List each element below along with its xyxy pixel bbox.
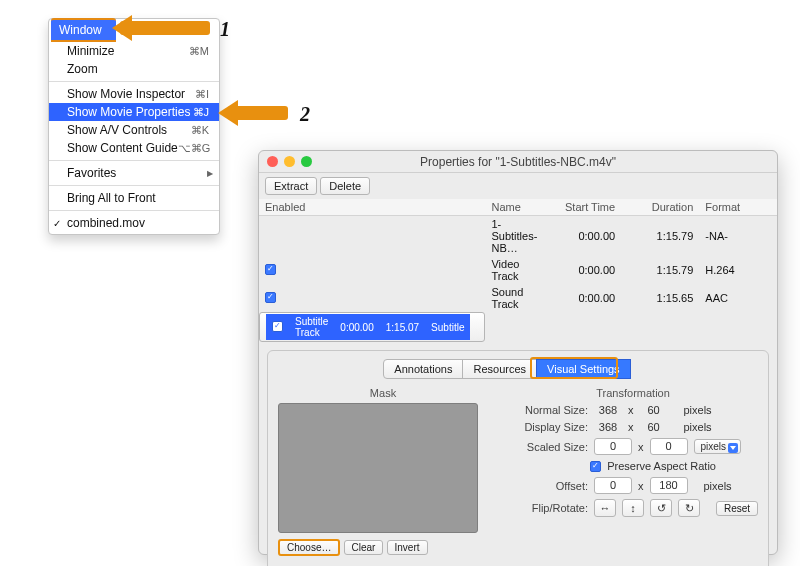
table-row[interactable]: 1-Subtitles-NB… 0:00.00 1:15.79 -NA- [259,216,777,257]
offset-label: Offset: [508,480,588,492]
chevron-right-icon: ▶ [207,169,213,178]
cell-name: Subtitle Track [289,314,334,340]
check-icon: ✓ [53,218,61,229]
menu-item-label: Show Content Guide [67,141,178,155]
col-duration[interactable]: Duration [621,199,699,216]
menu-title[interactable]: Window [51,18,116,42]
minimize-icon[interactable] [284,156,295,167]
cell-start: 0:00.00 [543,216,621,257]
normal-width: 368 [594,404,622,416]
menu-separator [49,210,219,211]
flip-horizontal-icon[interactable]: ↔ [594,499,616,517]
tab-visual-settings[interactable]: Visual Settings [536,359,631,379]
cell-format: -NA- [699,216,777,257]
units-select[interactable]: pixels [694,439,742,454]
tab-bar: AnnotationsResourcesVisual Settings [278,359,758,379]
enabled-checkbox[interactable] [265,292,276,303]
cell-duration: 1:15.79 [621,256,699,284]
reset-button[interactable]: Reset [716,501,758,516]
menu-bring-to-front[interactable]: Bring All to Front [49,189,219,207]
transformation-title: Transformation [508,387,758,399]
menu-show-av[interactable]: Show A/V Controls ⌘K [49,121,219,139]
choose-button[interactable]: Choose… [278,539,340,556]
cell-start: 0:00.00 [543,284,621,312]
chevron-down-icon [728,443,738,453]
cell-start: 0:00.00 [543,256,621,284]
menu-item-label: Zoom [67,62,98,76]
annotation-arrow-icon [120,21,210,35]
menu-item-label: combined.mov [67,216,145,230]
normal-height: 60 [640,404,668,416]
table-row[interactable]: Subtitle Track 0:00.00 1:15.07 Subtitle [259,312,485,342]
scaled-height-input[interactable]: 0 [650,438,688,455]
menu-favorites[interactable]: Favorites ▶ [49,164,219,182]
flip-vertical-icon[interactable]: ↕ [622,499,644,517]
flip-rotate-label: Flip/Rotate: [508,502,588,514]
col-enabled[interactable]: Enabled [259,199,485,216]
extract-button[interactable]: Extract [265,177,317,195]
properties-window: Properties for "1-Subtitles-NBC.m4v" Ext… [258,150,778,555]
col-format[interactable]: Format [699,199,777,216]
cell-start: 0:00.00 [334,314,379,340]
x-separator: x [638,441,644,453]
tab-resources[interactable]: Resources [462,359,537,379]
x-separator: x [628,421,634,433]
close-icon[interactable] [267,156,278,167]
display-width: 368 [594,421,622,433]
menu-item-label: Minimize [67,44,114,58]
menu-separator [49,160,219,161]
annotation-arrow-icon [228,106,288,120]
col-start[interactable]: Start Time [543,199,621,216]
x-separator: x [628,404,634,416]
enabled-checkbox[interactable] [272,321,283,332]
menu-zoom[interactable]: Zoom [49,60,219,78]
window-menu: Window Minimize ⌘M Zoom Show Movie Inspe… [48,18,220,235]
cell-name: Video Track [485,256,543,284]
rotate-cw-icon[interactable]: ↻ [678,499,700,517]
menu-minimize[interactable]: Minimize ⌘M [49,42,219,60]
cell-format: AAC [699,284,777,312]
track-table: Enabled Name Start Time Duration Format … [259,199,777,342]
enabled-checkbox[interactable] [265,264,276,275]
display-size-label: Display Size: [508,421,588,433]
tab-annotations[interactable]: Annotations [383,359,463,379]
offset-y-input[interactable]: 180 [650,477,688,494]
menu-document[interactable]: ✓ combined.mov [49,214,219,232]
pixels-label: pixels [704,480,732,492]
menu-show-content-guide[interactable]: Show Content Guide ⌥⌘G [49,139,219,157]
preserve-aspect-checkbox[interactable] [590,461,601,472]
table-row[interactable]: Sound Track 0:00.00 1:15.65 AAC [259,284,777,312]
rotate-ccw-icon[interactable]: ↺ [650,499,672,517]
main-pane: AnnotationsResourcesVisual Settings Mask… [267,350,769,566]
display-height: 60 [640,421,668,433]
window-title: Properties for "1-Subtitles-NBC.m4v" [420,155,616,169]
offset-x-input[interactable]: 0 [594,477,632,494]
menu-item-label: Bring All to Front [67,191,156,205]
col-name[interactable]: Name [485,199,543,216]
menu-separator [49,81,219,82]
scaled-size-label: Scaled Size: [508,441,588,453]
menu-item-label: Show Movie Properties [67,105,190,119]
menu-show-inspector[interactable]: Show Movie Inspector ⌘I [49,85,219,103]
menu-separator [49,185,219,186]
clear-button[interactable]: Clear [344,540,384,555]
menu-item-shortcut: ⌘M [189,45,209,58]
menu-item-shortcut: ⌘K [191,124,209,137]
x-separator: x [638,480,644,492]
menu-item-shortcut: ⌘J [193,106,210,119]
preserve-aspect-label: Preserve Aspect Ratio [607,460,716,472]
titlebar[interactable]: Properties for "1-Subtitles-NBC.m4v" [259,151,777,173]
menu-item-shortcut: ⌥⌘G [178,142,211,155]
scaled-width-input[interactable]: 0 [594,438,632,455]
menu-show-properties[interactable]: Show Movie Properties ⌘J [49,103,219,121]
invert-button[interactable]: Invert [387,540,428,555]
toolbar: Extract Delete [259,173,777,199]
delete-button[interactable]: Delete [320,177,370,195]
annotation-number: 1 [220,18,230,41]
menu-item-label: Favorites [67,166,116,180]
table-row[interactable]: Video Track 0:00.00 1:15.79 H.264 [259,256,777,284]
zoom-icon[interactable] [301,156,312,167]
cell-duration: 1:15.79 [621,216,699,257]
menu-item-label: Show A/V Controls [67,123,167,137]
mask-preview[interactable] [278,403,478,533]
